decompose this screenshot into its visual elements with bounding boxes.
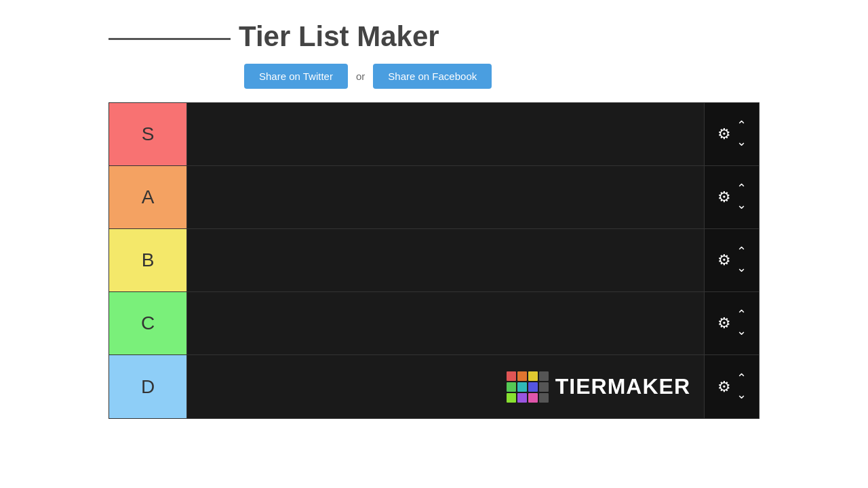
tier-row-b: B ⚙ ⌃ ⌄: [109, 229, 759, 292]
tier-content-b[interactable]: [187, 229, 705, 291]
tier-row-a: A ⚙ ⌃ ⌄: [109, 166, 759, 229]
page-header: Tier List Maker Share on Twitter or Shar…: [0, 0, 868, 102]
tier-label-c: C: [109, 292, 187, 354]
arrow-up-c[interactable]: ⌃: [736, 308, 747, 323]
tier-content-c[interactable]: [187, 292, 705, 354]
gear-icon-d[interactable]: ⚙: [717, 378, 731, 396]
tier-controls-d: ⚙ ⌃ ⌄: [705, 355, 759, 418]
arrows-d: ⌃ ⌄: [736, 371, 747, 403]
share-row: Share on Twitter or Share on Facebook: [244, 64, 492, 89]
gear-icon-b[interactable]: ⚙: [717, 251, 731, 269]
arrow-down-b[interactable]: ⌄: [736, 261, 747, 276]
arrow-down-d[interactable]: ⌄: [736, 388, 747, 403]
tier-content-a[interactable]: [187, 166, 705, 228]
tier-label-s: S: [109, 103, 187, 165]
tier-list: S ⚙ ⌃ ⌄ A ⚙ ⌃ ⌄ B ⚙ ⌃ ⌄: [108, 102, 760, 419]
tier-row-c: C ⚙ ⌃ ⌄: [109, 292, 759, 355]
share-twitter-button[interactable]: Share on Twitter: [244, 64, 348, 89]
arrows-a: ⌃ ⌄: [736, 182, 747, 213]
tier-content-s[interactable]: [187, 103, 705, 165]
arrow-down-s[interactable]: ⌄: [736, 135, 747, 150]
tier-content-d[interactable]: TiERMAKER: [187, 355, 705, 418]
gear-icon-a[interactable]: ⚙: [717, 188, 731, 206]
arrow-up-s[interactable]: ⌃: [736, 119, 747, 134]
tiermaker-grid-icon: [507, 371, 549, 403]
tier-controls-b: ⚙ ⌃ ⌄: [705, 229, 759, 291]
arrow-up-b[interactable]: ⌃: [736, 245, 747, 260]
or-separator: or: [356, 70, 365, 82]
title-row: Tier List Maker: [108, 20, 439, 53]
tiermaker-text: TiERMAKER: [555, 374, 690, 399]
tier-controls-a: ⚙ ⌃ ⌄: [705, 166, 759, 228]
tier-row-d: D TiERMAKER: [109, 355, 759, 418]
tier-label-a: A: [109, 166, 187, 228]
title-decoration: [108, 38, 231, 40]
arrows-s: ⌃ ⌄: [736, 119, 747, 150]
tier-row-s: S ⚙ ⌃ ⌄: [109, 103, 759, 166]
arrow-up-a[interactable]: ⌃: [736, 182, 747, 197]
tier-controls-c: ⚙ ⌃ ⌄: [705, 292, 759, 354]
arrows-c: ⌃ ⌄: [736, 308, 747, 339]
tier-label-b: B: [109, 229, 187, 291]
share-facebook-button[interactable]: Share on Facebook: [373, 64, 492, 89]
tier-controls-s: ⚙ ⌃ ⌄: [705, 103, 759, 165]
arrow-down-c[interactable]: ⌄: [736, 324, 747, 339]
tiermaker-watermark: TiERMAKER: [507, 371, 690, 403]
tier-label-d: D: [109, 355, 187, 418]
page-title: Tier List Maker: [239, 20, 439, 53]
arrow-down-a[interactable]: ⌄: [736, 198, 747, 213]
arrows-b: ⌃ ⌄: [736, 245, 747, 276]
gear-icon-c[interactable]: ⚙: [717, 314, 731, 332]
gear-icon-s[interactable]: ⚙: [717, 125, 731, 143]
arrow-up-d[interactable]: ⌃: [736, 371, 747, 386]
